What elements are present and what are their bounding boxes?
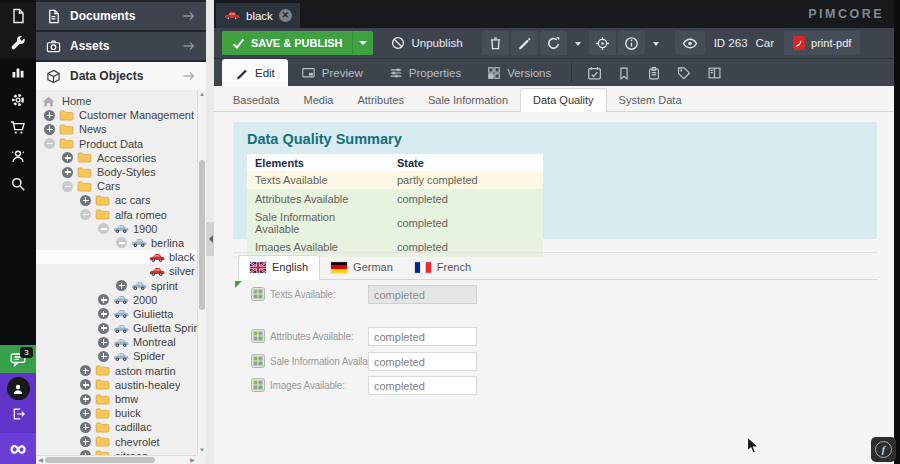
tree-vertical-scrollbar[interactable]: ▲ ▼ xyxy=(197,90,206,455)
tree-item-customer-management[interactable]: Customer Management xyxy=(36,108,197,122)
collapse-minus-icon[interactable] xyxy=(98,223,109,234)
field-input-sale-information-available[interactable] xyxy=(368,352,477,371)
scroll-down-icon[interactable]: ▼ xyxy=(198,446,206,455)
tab-columns[interactable] xyxy=(699,59,729,87)
tree-item-bmw[interactable]: bmw xyxy=(36,392,197,406)
expand-plus-icon[interactable] xyxy=(62,167,73,178)
locate-in-tree-button[interactable] xyxy=(589,31,616,55)
tab-media[interactable]: Media xyxy=(291,89,345,111)
tree-item-sprint[interactable]: sprint xyxy=(36,278,197,292)
tree-item-body-styles[interactable]: Body-Styles xyxy=(36,165,197,179)
tab-preview[interactable]: Preview xyxy=(288,59,376,87)
user-avatar-button[interactable] xyxy=(7,377,30,400)
language-tab-french[interactable]: French xyxy=(404,256,482,279)
scroll-up-icon[interactable]: ▲ xyxy=(198,90,206,99)
collapse-minus-icon[interactable] xyxy=(62,181,73,192)
expand-plus-icon[interactable] xyxy=(98,308,109,319)
language-tab-german[interactable]: German xyxy=(320,256,404,279)
expand-plus-icon[interactable] xyxy=(80,436,91,447)
field-input-attributes-available[interactable] xyxy=(368,327,477,346)
tree-item-silver[interactable]: silver xyxy=(36,264,197,278)
collapse-sidebar-handle[interactable] xyxy=(206,222,214,256)
nav-search-button[interactable] xyxy=(0,170,36,198)
nav-tools-button[interactable] xyxy=(0,30,36,58)
close-icon[interactable]: ✕ xyxy=(279,9,292,22)
print-pdf-button[interactable]: print-pdf xyxy=(784,31,860,55)
tree-item-alfa-romeo[interactable]: alfa romeo xyxy=(36,208,197,222)
feedback-badge[interactable]: f xyxy=(871,437,896,462)
expand-plus-icon[interactable] xyxy=(116,280,127,291)
tree-item-spider[interactable]: Spider xyxy=(36,349,197,363)
accordion-documents[interactable]: Documents xyxy=(36,2,206,30)
open-preview-button[interactable] xyxy=(675,31,705,55)
info-button[interactable] xyxy=(618,31,645,55)
tab-clipboard[interactable] xyxy=(639,59,669,87)
nav-documents-button[interactable] xyxy=(0,2,36,30)
accordion-assets[interactable]: Assets xyxy=(36,32,206,60)
save-publish-button[interactable]: SAVE & PUBLISH xyxy=(222,31,373,55)
tab-data-quality[interactable]: Data Quality xyxy=(520,88,607,112)
tree-item-austin-healey[interactable]: austin-healey xyxy=(36,378,197,392)
tree-item-giulietta[interactable]: Giulietta xyxy=(36,307,197,321)
expand-plus-icon[interactable] xyxy=(62,152,73,163)
expand-plus-icon[interactable] xyxy=(80,365,91,376)
expand-plus-icon[interactable] xyxy=(44,124,55,135)
field-input-images-available[interactable] xyxy=(368,376,477,395)
scroll-left-icon[interactable]: ◀ xyxy=(36,456,45,464)
expand-plus-icon[interactable] xyxy=(98,337,109,348)
tab-versions[interactable]: Versions xyxy=(474,59,564,87)
tree-item-product-data[interactable]: Product Data xyxy=(36,137,197,151)
tree-item-aston-martin[interactable]: aston martin xyxy=(36,364,197,378)
tab-tag[interactable] xyxy=(669,59,699,87)
language-tab-english[interactable]: English xyxy=(238,255,320,280)
expand-plus-icon[interactable] xyxy=(44,110,55,121)
expand-plus-icon[interactable] xyxy=(80,408,91,419)
tree-item-2000[interactable]: 2000 xyxy=(36,293,197,307)
tree-item-1900[interactable]: 1900 xyxy=(36,222,197,236)
delete-button[interactable] xyxy=(482,31,509,55)
tab-bookmark[interactable] xyxy=(609,59,639,87)
tree-item-ac-cars[interactable]: ac cars xyxy=(36,193,197,207)
rename-button[interactable] xyxy=(511,31,538,55)
tree-item-cadillac[interactable]: cadillac xyxy=(36,420,197,434)
expand-plus-icon[interactable] xyxy=(80,394,91,405)
nav-customers-button[interactable] xyxy=(0,142,36,170)
tree-item-gulietta-sprint-specia[interactable]: Gulietta Sprint Specia xyxy=(36,321,197,335)
scroll-right-icon[interactable]: ▶ xyxy=(188,456,197,464)
nav-reports-button[interactable] xyxy=(0,58,36,86)
tree-item-cars[interactable]: Cars xyxy=(36,179,197,193)
unpublish-button[interactable]: Unpublish xyxy=(381,31,472,55)
expand-plus-icon[interactable] xyxy=(98,294,109,305)
nav-settings-button[interactable] xyxy=(0,86,36,114)
expand-plus-icon[interactable] xyxy=(80,422,91,433)
tree-horizontal-scrollbar[interactable]: ◀ ▶ xyxy=(36,455,197,464)
expand-plus-icon[interactable] xyxy=(98,323,109,334)
field-input-texts-available[interactable] xyxy=(368,285,477,304)
tab-edit[interactable]: Edit xyxy=(222,59,288,87)
collapse-minus-icon[interactable] xyxy=(80,209,91,220)
collapse-minus-icon[interactable] xyxy=(116,237,127,248)
accordion-data-objects[interactable]: Data Objects xyxy=(36,62,206,90)
info-dropdown-caret[interactable] xyxy=(647,31,665,55)
tree-item-chevrolet[interactable]: chevrolet xyxy=(36,435,197,449)
horizontal-scroll-thumb[interactable] xyxy=(45,457,155,463)
expand-plus-icon[interactable] xyxy=(80,195,91,206)
tab-calendar[interactable] xyxy=(579,59,609,87)
tree-item-home[interactable]: Home xyxy=(36,94,197,108)
tree-item-black[interactable]: black xyxy=(36,250,197,264)
reload-dropdown-caret[interactable] xyxy=(569,31,587,55)
tab-basedata[interactable]: Basedata xyxy=(221,89,291,111)
tree-item-buick[interactable]: buick xyxy=(36,406,197,420)
tree-item-montreal[interactable]: Montreal xyxy=(36,335,197,349)
tab-properties[interactable]: Properties xyxy=(376,59,474,87)
tab-attributes[interactable]: Attributes xyxy=(345,89,415,111)
nav-ecommerce-button[interactable] xyxy=(0,114,36,142)
tab-system-data[interactable]: System Data xyxy=(607,89,694,111)
pimcore-logo-button[interactable]: ∞ xyxy=(0,433,36,464)
tree-item-accessories[interactable]: Accessories xyxy=(36,151,197,165)
reload-button[interactable] xyxy=(540,31,567,55)
editor-tab-black[interactable]: black ✕ xyxy=(216,3,300,28)
expand-plus-icon[interactable] xyxy=(98,351,109,362)
tree-item-berlina[interactable]: berlina xyxy=(36,236,197,250)
panel-splitter[interactable] xyxy=(206,0,214,464)
